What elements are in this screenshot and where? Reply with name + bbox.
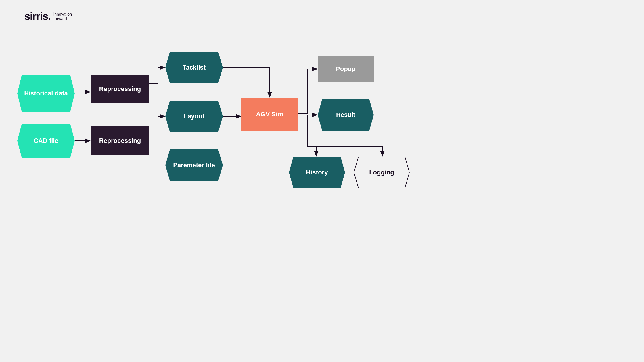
node-label: Reprocessing: [99, 137, 141, 145]
node-popup: Popup: [318, 56, 374, 82]
node-tacklist: Tacklist: [165, 52, 223, 83]
node-reprocessing-2: Reprocessing: [91, 126, 150, 155]
arrow-agvsim-history: [308, 115, 316, 156]
node-parameter-file: Paremeter file: [165, 149, 223, 181]
node-layout: Layout: [165, 101, 223, 132]
node-label: Layout: [184, 113, 204, 120]
node-label: History: [306, 169, 328, 176]
node-logging: Logging: [354, 157, 410, 188]
arrow-agvsim-popup: [298, 69, 317, 113]
node-label: Reprocessing: [99, 85, 141, 93]
diagram-canvas: sirris. innovation forward: [0, 0, 443, 250]
node-historical-data: Historical data: [17, 75, 75, 112]
node-label: Historical data: [24, 90, 68, 97]
node-history: History: [289, 157, 345, 188]
node-label: Logging: [369, 169, 394, 176]
node-label: Paremeter file: [173, 161, 215, 169]
node-label: Tacklist: [183, 64, 206, 71]
node-agv-sim: AGV Sim: [241, 98, 298, 131]
node-reprocessing-1: Reprocessing: [91, 75, 150, 103]
node-label: CAD file: [34, 137, 58, 145]
node-label: Result: [336, 111, 355, 119]
arrow-reproc2-layout: [150, 116, 165, 135]
node-label: AGV Sim: [256, 111, 283, 118]
arrow-tacklist-agvsim: [223, 68, 270, 97]
node-result: Result: [318, 99, 374, 131]
arrow-agvsim-logging: [308, 147, 382, 156]
arrow-reproc1-tacklist: [150, 68, 165, 83]
node-cad-file: CAD file: [17, 124, 75, 158]
node-label: Popup: [336, 65, 355, 73]
arrow-paramfile-agvsim: [223, 116, 233, 165]
